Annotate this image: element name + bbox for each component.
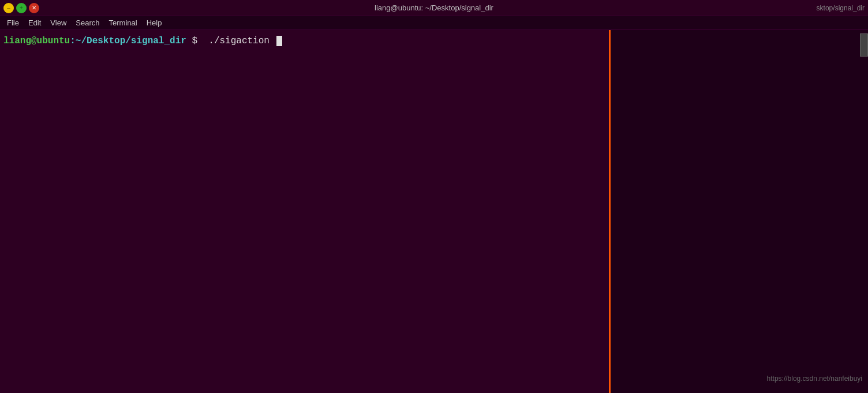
menu-search[interactable]: Search	[71, 17, 104, 28]
window-title: liang@ubuntu: ~/Desktop/signal_dir	[375, 3, 493, 12]
menu-bar: File Edit View Search Terminal Help	[0, 16, 868, 30]
watermark-text: https://blog.csdn.net/nanfeibuyi	[767, 375, 862, 383]
right-pane: https://blog.csdn.net/nanfeibuyi	[611, 30, 868, 393]
scrollbar-handle[interactable]	[860, 33, 868, 57]
terminal-cursor	[276, 36, 282, 46]
terminal-pane[interactable]: liang@ubuntu :~/Desktop/signal_dir $ ./s…	[0, 30, 609, 393]
maximize-button[interactable]: +	[16, 3, 27, 13]
terminal-window: – + ✕ liang@ubuntu: ~/Desktop/signal_dir…	[0, 0, 868, 393]
prompt-user: liang@ubuntu	[3, 35, 70, 47]
menu-view[interactable]: View	[46, 17, 71, 28]
minimize-button[interactable]: –	[3, 3, 14, 13]
main-area: liang@ubuntu :~/Desktop/signal_dir $ ./s…	[0, 30, 868, 393]
menu-help[interactable]: Help	[142, 17, 167, 28]
menu-edit[interactable]: Edit	[24, 17, 46, 28]
prompt-dollar: $	[186, 35, 203, 47]
right-window-title: sktop/signal_dir	[817, 4, 865, 12]
close-button[interactable]: ✕	[29, 3, 39, 13]
terminal-command: ./sigaction	[203, 35, 275, 47]
prompt-path: :~/Desktop/signal_dir	[70, 35, 186, 47]
terminal-prompt-line: liang@ubuntu :~/Desktop/signal_dir $ ./s…	[3, 35, 605, 47]
title-bar: – + ✕ liang@ubuntu: ~/Desktop/signal_dir…	[0, 0, 868, 16]
menu-file[interactable]: File	[2, 17, 24, 28]
menu-terminal[interactable]: Terminal	[104, 17, 142, 28]
